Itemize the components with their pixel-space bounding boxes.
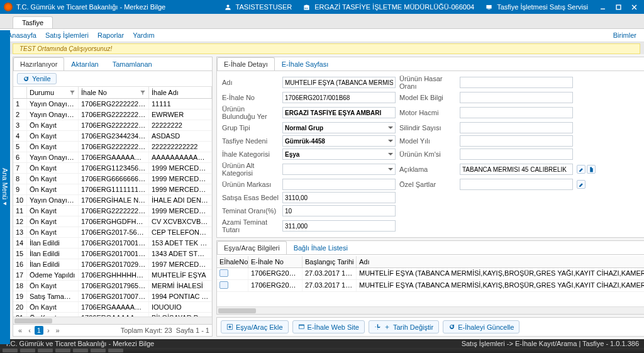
- table-row[interactable]: 9Ön Kayıt1706ERG111111111371999 MERCEDES…: [13, 184, 212, 195]
- field-model-yili[interactable]: [460, 135, 573, 147]
- field-yer[interactable]: [282, 107, 396, 118]
- table-row[interactable]: 17Ödeme Yapıldı1706ERGHHHHHHHH53MUHTELİF…: [13, 270, 212, 281]
- select-ihale-kategorisi[interactable]: Eşya: [282, 148, 396, 160]
- table-row[interactable]: 18Ön Kayıt1706ERG2017965AA59MERMİ İHALES…: [13, 281, 212, 291]
- col-ihale-no[interactable]: İhale No: [79, 87, 149, 98]
- table-row[interactable]: 8Ön Kayıt1706ERG666666666421999 MERCEDES…: [13, 174, 212, 184]
- menu-yardim[interactable]: Yardım: [133, 31, 155, 39]
- menu-birimler[interactable]: Birimler: [613, 31, 636, 39]
- field-model-ek[interactable]: [460, 92, 573, 103]
- cell-index: 11: [13, 206, 27, 216]
- h-scrollbar[interactable]: [13, 317, 212, 324]
- col-ihale-adi[interactable]: İhale Adı: [149, 87, 212, 98]
- edit-ozel-sartlar-button[interactable]: [577, 180, 586, 189]
- cell-icon[interactable]: [217, 268, 248, 279]
- filter-icon[interactable]: [140, 89, 146, 96]
- menu-satis-islemleri[interactable]: Satış İşlemleri: [45, 31, 89, 39]
- table-row[interactable]: 3Ön Kayıt1706ERG2222222223122222222: [13, 120, 212, 131]
- tab-eihale-detayi[interactable]: E-İhale Detayı: [217, 57, 275, 70]
- cell-ihale-no: 1706ERG20170294H55: [79, 259, 149, 269]
- table-row[interactable]: 15İlan Edildi1706ERG20170011A561343 ADET…: [13, 249, 212, 259]
- statusbar: T.C. Gümrük ve Ticaret Bakanlığı - Merke…: [0, 339, 644, 348]
- table-row[interactable]: 16İlan Edildi1706ERG20170294H551997 MERC…: [13, 259, 212, 270]
- sub-col-baslangic[interactable]: Başlangıç Tarihi: [303, 256, 357, 267]
- sub-col-eihaleno[interactable]: EİhaleNo: [217, 256, 248, 267]
- minimize-button[interactable]: [597, 4, 609, 11]
- table-row[interactable]: 6Yayın Onayı Bekliyor1706ERGAAAAAAAAA28A…: [13, 152, 212, 163]
- os-taskbar[interactable]: [0, 348, 644, 353]
- subtab-tamamlanan[interactable]: Tamamlanan: [106, 57, 159, 70]
- btn-tarih-degistir[interactable]: ＋ Tarih Değiştir: [369, 320, 439, 333]
- sub-col-adi[interactable]: Adı: [357, 256, 644, 267]
- cell-ihale-no: 1706ERGAAAAAAAA63: [79, 302, 149, 312]
- tab-bagli-ihale[interactable]: Bağlı İhale Listesi: [287, 241, 355, 254]
- field-aciklama[interactable]: [460, 164, 573, 175]
- menu-raporlar[interactable]: Raporlar: [97, 31, 124, 39]
- lbl-ihale-kategorisi: İhale Kategorisi: [222, 150, 279, 158]
- org-chip[interactable]: ERGAZİ TASFİYE İŞLETME MÜDÜRLÜĞÜ-066004: [301, 3, 479, 11]
- field-hasar[interactable]: [460, 77, 573, 88]
- service-chip[interactable]: Tasfiye İşletmesi Satış Servisi: [483, 3, 593, 11]
- filter-icon[interactable]: [69, 89, 75, 96]
- table-row[interactable]: 11Ön Kayıt1706ERG222222222471999 MERCEDE…: [13, 206, 212, 216]
- sub-table-row[interactable]: 1706ERG2017/001B6827.03.2017 17:41:13MUH…: [217, 268, 644, 280]
- left-rail-ana-menu[interactable]: Ana Menü ◂: [0, 30, 10, 344]
- pager[interactable]: «‹1›»: [16, 326, 62, 335]
- table-row[interactable]: 5Ön Kayıt1706ERG22222222229222222222222: [13, 142, 212, 152]
- btn-eihale-guncelle[interactable]: E-İhaleyi Güncelle: [443, 320, 519, 333]
- menu-anasayfa[interactable]: Anasayfa: [8, 31, 36, 39]
- table-row[interactable]: 13Ön Kayıt1706ERG2017-565443CEP TELEFONU…: [13, 227, 212, 238]
- cell-ihale-no: 1706ERG2017-565443: [79, 227, 149, 237]
- sub-col-eihale-no[interactable]: E-İhale No: [248, 256, 303, 267]
- close-button[interactable]: [628, 4, 640, 11]
- field-eihale-no[interactable]: [282, 92, 396, 103]
- cell-ihale-no: 1706ERG22222222233: [79, 109, 149, 120]
- svg-rect-0: [487, 5, 492, 9]
- sub-table-row[interactable]: 1706ERG2017/001A6727.03.2017 16:30:55MUH…: [217, 280, 644, 292]
- select-alt-kategori[interactable]: [282, 164, 396, 175]
- field-adi[interactable]: [282, 77, 396, 88]
- table-row[interactable]: 7Ön Kayıt1706ERG112345678271999 MERCEDES…: [13, 163, 212, 174]
- field-motor-hacmi[interactable]: [460, 107, 573, 118]
- table-row[interactable]: 19Satış Tamamlandı1706ERG20170074B581994…: [13, 291, 212, 302]
- col-durumu[interactable]: Durumu: [27, 87, 79, 98]
- field-teminat-orani[interactable]: [282, 205, 396, 216]
- edit-aciklama-button[interactable]: [577, 165, 586, 174]
- ihale-grid-body[interactable]: 1Yayın Onayı Bekliyor1706ERG222222222341…: [13, 99, 212, 317]
- table-row[interactable]: 12Ön Kayıt1706ERGHGDFHFGHH46CV XCVBXCVBX…: [13, 216, 212, 227]
- select-tasfiye-nedeni[interactable]: Gümrük-4458: [282, 135, 396, 147]
- btn-esya-arac-ekle[interactable]: Eşya/Araç Ekle: [221, 320, 289, 333]
- cell-durumu: Yayın Onayı Bekliyor: [27, 152, 79, 162]
- tab-eihale-sayfasi[interactable]: E-İhale Sayfası: [275, 57, 336, 70]
- table-row[interactable]: 4Ön Kayıt1706ERG23442342330ASDASD: [13, 131, 212, 142]
- maximize-button[interactable]: [613, 4, 625, 11]
- user-chip[interactable]: TASISTESTUSER: [222, 3, 297, 11]
- field-ozel-sartlar[interactable]: [460, 179, 573, 190]
- left-rail-extra[interactable]: [0, 249, 10, 265]
- table-row[interactable]: 2Yayın Onayı Bekliyor1706ERG22222222233E…: [13, 109, 212, 120]
- field-silindir[interactable]: [460, 122, 573, 133]
- subtab-aktarilan[interactable]: Aktarılan: [64, 57, 105, 70]
- field-marka[interactable]: [282, 179, 396, 190]
- tab-esya-arac[interactable]: Eşya/Araç Bilgileri: [217, 241, 287, 254]
- table-row[interactable]: 10Yayın Onayı Verilmedi1706ERGİHALE NUM3…: [13, 195, 212, 206]
- select-grup-tipi[interactable]: Normal Grup: [282, 122, 396, 133]
- sub-h-scrollbar[interactable]: [217, 306, 644, 314]
- field-km[interactable]: [460, 148, 573, 160]
- subtab-hazirlaniyor[interactable]: Hazırlanıyor: [13, 57, 64, 70]
- field-azami-teminat[interactable]: [282, 220, 396, 232]
- cell-ihale-no: 1706ERG20170011A56: [79, 249, 149, 259]
- lbl-eno: E-İhale No: [222, 94, 279, 101]
- field-satisa-esas[interactable]: [282, 192, 396, 203]
- table-row[interactable]: 14İlan Edildi1706ERG20170010A57153 ADET …: [13, 238, 212, 249]
- tab-tasfiye[interactable]: Tasfiye: [13, 16, 53, 28]
- cell-index: 16: [13, 259, 27, 269]
- doc-aciklama-button[interactable]: [587, 165, 596, 174]
- table-row[interactable]: 1Yayın Onayı Bekliyor1706ERG222222222341…: [13, 99, 212, 109]
- sub-grid-body[interactable]: 1706ERG2017/001B6827.03.2017 17:41:13MUH…: [217, 268, 644, 306]
- cell-index: 7: [13, 163, 27, 173]
- btn-eihale-web[interactable]: E-İhale Web Site: [292, 320, 365, 333]
- cell-icon[interactable]: [217, 280, 248, 291]
- table-row[interactable]: 20Ön Kayıt1706ERGAAAAAAAA63IOUOUIO: [13, 302, 212, 313]
- refresh-button[interactable]: Yenile: [17, 73, 57, 84]
